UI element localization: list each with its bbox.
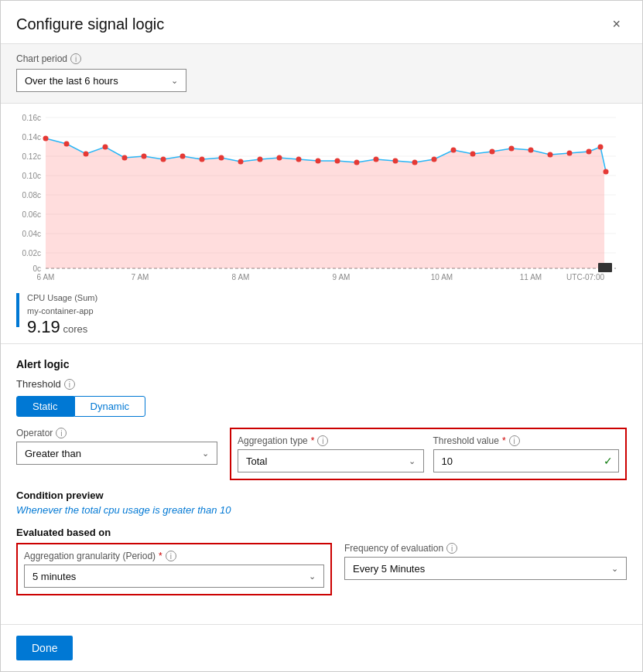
aggregation-type-label: Aggregation type * i [238, 435, 424, 446]
svg-point-25 [161, 157, 166, 162]
legend-resource: my-container-app [27, 305, 97, 318]
operator-dropdown-arrow: ⌄ [202, 449, 209, 459]
frequency-label: Frequency of evaluation i [344, 543, 627, 554]
operator-group: Operator i Greater than ⌄ [16, 428, 217, 465]
aggregation-type-group: Aggregation type * i Total ⌄ [238, 435, 424, 472]
svg-point-41 [470, 152, 476, 157]
frequency-dropdown-arrow: ⌄ [611, 564, 618, 574]
aggregation-info-icon[interactable]: i [317, 435, 328, 446]
frequency-dropdown[interactable]: Every 5 Minutes ⌄ [344, 557, 627, 580]
eval-row: Aggregation granularity (Period) * i 5 m… [16, 543, 627, 595]
svg-point-32 [296, 157, 302, 162]
chart-period-info-icon[interactable]: i [70, 53, 81, 64]
chart-area: 0.16c 0.14c 0.12c 0.10c 0.08c 0.06c 0.04… [1, 104, 642, 288]
close-button[interactable]: × [606, 13, 627, 36]
svg-text:8 AM: 8 AM [232, 273, 250, 281]
threshold-label: Threshold i [16, 378, 627, 390]
legend-value-row: 9.19 cores [27, 317, 97, 337]
legend-value: 9.19 [27, 317, 60, 336]
svg-text:0.04c: 0.04c [22, 230, 41, 238]
svg-text:0c: 0c [32, 264, 41, 273]
alert-logic-title: Alert logic [16, 358, 627, 370]
threshold-value-input-wrapper: ✓ [433, 449, 620, 472]
chart-period-dropdown-arrow: ⌄ [171, 76, 178, 86]
dynamic-toggle-button[interactable]: Dynamic [74, 396, 146, 417]
svg-text:UTC-07:00: UTC-07:00 [566, 273, 604, 281]
svg-point-39 [432, 157, 437, 162]
granularity-required-star: * [159, 551, 162, 561]
svg-text:0.06c: 0.06c [22, 210, 41, 219]
threshold-check-icon: ✓ [604, 455, 613, 467]
svg-point-35 [354, 160, 360, 165]
svg-point-47 [587, 149, 592, 155]
svg-point-49 [604, 169, 609, 175]
threshold-toggle-group: Static Dynamic [16, 396, 627, 417]
svg-point-30 [258, 157, 263, 162]
aggregation-threshold-wrapper: Aggregation type * i Total ⌄ Threshold v… [230, 428, 627, 480]
granularity-info-icon[interactable]: i [166, 551, 176, 561]
svg-point-28 [219, 155, 224, 161]
svg-point-19 [43, 136, 49, 142]
svg-text:0.16c: 0.16c [22, 114, 41, 122]
alert-logic-section: Alert logic Threshold i Static Dynamic O… [1, 350, 642, 616]
svg-text:0.12c: 0.12c [22, 152, 41, 161]
granularity-group: Aggregation granularity (Period) * i 5 m… [16, 543, 332, 595]
operator-dropdown[interactable]: Greater than ⌄ [16, 442, 217, 465]
svg-point-24 [142, 154, 147, 159]
svg-point-26 [180, 154, 186, 159]
svg-text:9 AM: 9 AM [333, 273, 351, 281]
dialog-header: Configure signal logic × [1, 1, 642, 44]
svg-point-44 [528, 148, 534, 153]
aggregation-type-dropdown[interactable]: Total ⌄ [238, 449, 424, 472]
svg-point-21 [84, 152, 89, 157]
svg-text:0.10c: 0.10c [22, 172, 41, 180]
svg-point-46 [567, 151, 573, 156]
frequency-info-icon[interactable]: i [446, 543, 457, 554]
dialog-footer: Done [1, 624, 642, 671]
legend-unit: cores [63, 323, 87, 335]
svg-point-33 [316, 159, 321, 164]
svg-text:10 AM: 10 AM [431, 273, 453, 281]
aggregation-required-star: * [311, 435, 315, 446]
legend-info: CPU Usage (Sum) my-container-app 9.19 co… [27, 292, 97, 337]
threshold-value-group: Threshold value * i ✓ [433, 435, 620, 472]
granularity-label: Aggregation granularity (Period) * i [24, 551, 324, 561]
chart-period-label: Chart period i [16, 53, 627, 64]
configure-signal-logic-dialog: Configure signal logic × Chart period i … [0, 0, 643, 672]
aggregation-dropdown-arrow: ⌄ [409, 456, 416, 466]
svg-point-42 [490, 149, 495, 155]
threshold-info-icon[interactable]: i [64, 379, 75, 390]
evaluated-based-on-section: Evaluated based on Aggregation granulari… [16, 527, 627, 595]
condition-preview-title: Condition preview [16, 490, 627, 501]
svg-point-45 [548, 152, 553, 158]
svg-text:0.02c: 0.02c [22, 249, 41, 258]
frequency-group: Frequency of evaluation i Every 5 Minute… [344, 543, 627, 580]
operator-info-icon[interactable]: i [56, 428, 67, 438]
chart-container: 0.16c 0.14c 0.12c 0.10c 0.08c 0.06c 0.04… [16, 111, 620, 281]
svg-text:0.14c: 0.14c [22, 133, 41, 142]
svg-point-40 [451, 148, 457, 153]
svg-point-29 [238, 159, 244, 165]
threshold-value-label: Threshold value * i [433, 435, 620, 446]
svg-point-37 [393, 159, 398, 164]
threshold-value-info-icon[interactable]: i [509, 435, 520, 446]
chart-period-section: Chart period i Over the last 6 hours ⌄ [1, 44, 642, 104]
condition-preview-section: Condition preview Whenever the total cpu… [16, 490, 627, 516]
threshold-value-input[interactable] [433, 449, 620, 472]
svg-point-27 [200, 157, 205, 162]
svg-rect-57 [598, 263, 612, 272]
static-toggle-button[interactable]: Static [16, 396, 74, 417]
operator-label: Operator i [16, 428, 217, 438]
dialog-title: Configure signal logic [16, 15, 164, 33]
svg-point-31 [277, 155, 282, 161]
evaluated-title: Evaluated based on [16, 527, 627, 538]
legend-bar [16, 293, 19, 327]
svg-point-43 [509, 146, 515, 152]
svg-point-38 [412, 160, 418, 165]
chart-period-dropdown[interactable]: Over the last 6 hours ⌄ [16, 69, 186, 92]
svg-text:11 AM: 11 AM [520, 273, 542, 281]
done-button[interactable]: Done [16, 636, 73, 660]
condition-preview-text: Whenever the total cpu usage is greater … [16, 504, 627, 516]
granularity-dropdown[interactable]: 5 minutes ⌄ [24, 565, 324, 588]
svg-point-36 [374, 157, 379, 162]
